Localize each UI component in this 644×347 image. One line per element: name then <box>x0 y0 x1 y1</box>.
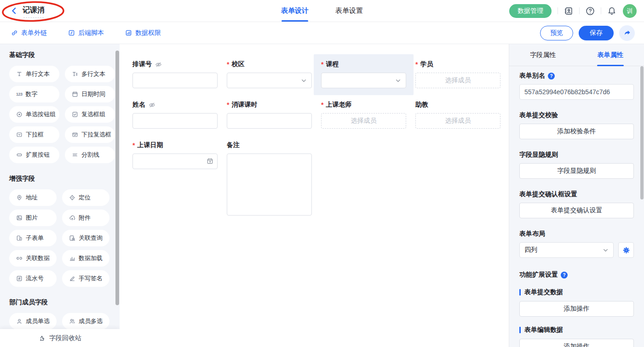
field-subform[interactable]: 子表单 <box>9 230 57 246</box>
edit-data-subtitle: 表单编辑数据 <box>519 326 634 334</box>
teacher-member-picker[interactable]: 选择成员 <box>321 113 406 129</box>
help-circle-icon[interactable]: ? <box>548 73 555 80</box>
field-image[interactable]: 图片 <box>9 210 57 226</box>
field-divider[interactable]: 分割线 <box>65 147 115 163</box>
class-date-input[interactable] <box>132 154 218 169</box>
form-layout-title: 表单布局 <box>519 230 634 238</box>
sidebar-scrollbar[interactable] <box>115 51 119 305</box>
data-permission-link[interactable]: 数据权限 <box>125 29 161 37</box>
hidden-eye-icon <box>149 102 155 108</box>
top-header: 记课消 表单设计 表单设置 数据管理 训 <box>0 0 644 22</box>
help-circle-icon[interactable]: ? <box>561 272 568 279</box>
submit-confirm-title: 表单提交确认框设置 <box>519 190 634 199</box>
preview-button[interactable]: 预览 <box>540 26 573 40</box>
field-single-line-text[interactable]: 单行文本 <box>9 66 59 82</box>
field-recycle-bin[interactable]: 字段回收站 <box>0 329 120 347</box>
schedule-number-input[interactable] <box>132 73 218 88</box>
field-data-load[interactable]: 数据加载 <box>62 250 109 267</box>
name-input[interactable] <box>132 113 218 129</box>
campus-select[interactable] <box>227 73 312 88</box>
remark-textarea[interactable] <box>227 154 312 216</box>
panel-scrollbar[interactable] <box>640 66 644 199</box>
field-address[interactable]: 地址 <box>9 189 57 206</box>
field-number[interactable]: 123数字 <box>9 86 59 102</box>
field-related-query[interactable]: 关联查询 <box>62 230 109 246</box>
chevron-down-icon <box>300 77 307 84</box>
field-signature[interactable]: 手写签名 <box>62 270 109 287</box>
field-datetime[interactable]: 日期时间 <box>65 86 115 102</box>
header-tabs: 表单设计 表单设置 <box>281 0 363 22</box>
field-multi-select[interactable]: 下拉复选框 <box>65 126 115 143</box>
field-campus[interactable]: *校区 <box>227 60 312 88</box>
add-submit-action-button[interactable]: 添加操作 <box>519 301 634 317</box>
submit-confirm-button[interactable]: 表单提交确认设置 <box>519 203 634 218</box>
field-member-multi[interactable]: 成员多选 <box>62 313 109 330</box>
tab-form-design[interactable]: 表单设计 <box>281 0 309 22</box>
field-select[interactable]: 下拉框 <box>9 126 59 143</box>
add-validation-button[interactable]: 添加校验条件 <box>519 124 634 139</box>
calendar-icon <box>72 91 78 97</box>
field-radio-group[interactable]: 单选按钮组 <box>9 106 59 123</box>
visibility-rules-button[interactable]: 字段显隐规则 <box>519 163 634 179</box>
tab-form-settings[interactable]: 表单设置 <box>335 0 363 22</box>
field-multi-line-text[interactable]: 多行文本 <box>65 66 115 82</box>
field-checkbox-group[interactable]: 复选框组 <box>65 106 115 123</box>
lookup-icon <box>69 235 75 241</box>
add-edit-action-button[interactable]: 添加操作 <box>519 339 634 347</box>
checkbox-icon <box>72 111 78 118</box>
avatar[interactable]: 训 <box>623 4 637 18</box>
student-member-picker[interactable]: 选择成员 <box>415 73 500 88</box>
help-icon[interactable] <box>586 6 595 16</box>
field-related-data[interactable]: 关联数据 <box>9 250 57 267</box>
chevron-down-icon <box>602 247 609 254</box>
pin-icon <box>16 194 23 201</box>
assistant-member-picker[interactable]: 选择成员 <box>415 113 500 129</box>
field-course[interactable]: *课程 <box>314 54 414 95</box>
cloud-upload-icon <box>69 215 75 221</box>
class-hours-input[interactable] <box>227 113 312 129</box>
field-assistant[interactable]: 助教 选择成员 <box>415 101 500 129</box>
back-icon[interactable] <box>10 7 18 15</box>
extension-settings-title: 功能扩展设置 <box>519 271 558 279</box>
form-alias-input[interactable] <box>519 84 634 100</box>
data-manage-button[interactable]: 数据管理 <box>509 4 552 18</box>
field-remark[interactable]: 备注 <box>227 141 312 217</box>
form-external-link[interactable]: 表单外链 <box>11 29 47 37</box>
layout-settings-button[interactable] <box>618 242 634 258</box>
save-button[interactable]: 保存 <box>579 26 614 40</box>
divider <box>601 7 601 14</box>
backend-script-link[interactable]: 后端脚本 <box>68 29 104 37</box>
field-teacher[interactable]: *上课老师 选择成员 <box>321 101 406 129</box>
tab-form-properties[interactable]: 表单属性 <box>577 44 644 66</box>
share-arrow-icon <box>623 29 631 37</box>
textarea-icon <box>72 71 78 77</box>
field-location[interactable]: 定位 <box>62 189 109 206</box>
form-canvas[interactable]: 排课号 *校区 *课程 *学员 选择成员 姓名 *消课课时 <box>120 44 509 347</box>
field-class-hours[interactable]: *消课课时 <box>227 101 312 129</box>
field-serial-number[interactable]: 流水号 <box>9 270 57 287</box>
field-student[interactable]: *学员 选择成员 <box>415 60 500 88</box>
field-schedule-number[interactable]: 排课号 <box>132 60 218 88</box>
share-button[interactable] <box>619 25 635 41</box>
chart-icon <box>69 255 75 262</box>
course-select[interactable] <box>321 73 406 88</box>
field-attachment[interactable]: 附件 <box>62 210 109 226</box>
form-toolbar: 表单外链 后端脚本 数据权限 预览 保存 <box>0 22 644 44</box>
contacts-icon[interactable] <box>564 6 573 16</box>
notification-bell-icon[interactable] <box>607 6 616 16</box>
chain-icon <box>16 255 23 262</box>
gear-icon <box>622 246 630 254</box>
field-class-date[interactable]: *上课日期 <box>132 141 218 217</box>
field-member-single[interactable]: 成员单选 <box>9 313 57 330</box>
field-name[interactable]: 姓名 <box>132 101 218 129</box>
user-icon <box>16 318 23 324</box>
field-expand-button[interactable]: 扩展按钮 <box>9 147 59 163</box>
visibility-rules-title: 字段显隐规则 <box>519 151 634 159</box>
pen-icon <box>69 275 75 282</box>
link-icon <box>11 29 18 36</box>
tab-field-properties[interactable]: 字段属性 <box>509 44 577 66</box>
script-icon <box>68 29 75 36</box>
layout-select[interactable]: 四列 <box>519 242 614 258</box>
submit-validation-title: 表单提交校验 <box>519 111 634 119</box>
form-alias-title: 表单别名 <box>519 72 545 80</box>
